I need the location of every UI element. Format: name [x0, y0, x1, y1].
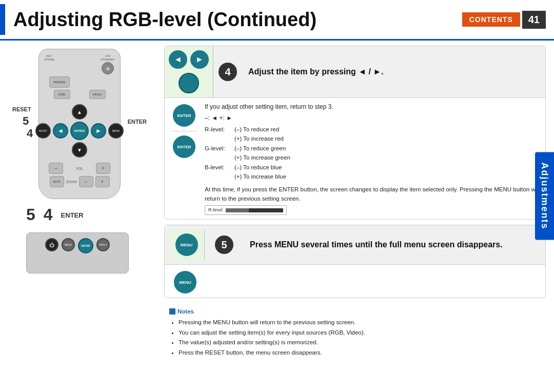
step5-header: MENU 5 Press MENU several times until th… [165, 225, 545, 265]
remote-bottom-row: – VOL + [44, 163, 115, 174]
rgb-button[interactable]: RGB [54, 90, 70, 99]
rgb-video-row: RGB VIDEO [44, 90, 115, 99]
step5-number-badge: 5 [215, 236, 233, 254]
menu-button[interactable]: MENU [108, 123, 124, 139]
note-item-4: Press the RESET button, the menu screen … [179, 348, 538, 358]
vol-label: VOL [72, 163, 87, 174]
reset-num4: 4 [27, 127, 33, 140]
step5-icon-area: MENU [169, 229, 205, 260]
rlevel-bar-container: R-level [205, 205, 287, 215]
note-item-3: The value(s) adjusted and/or setting(s) … [179, 338, 538, 348]
step4-enter-note: At this time, if you press the ENTER but… [205, 185, 541, 203]
step5-menu-icon[interactable]: MENU [175, 233, 198, 256]
page-title: Adjusting RGB-level (Continued) [13, 9, 462, 31]
bottom-num4: 4 [44, 205, 53, 224]
step5-body: MENU [165, 265, 545, 298]
projector-bottom: ⏻ MENU ENTER INPUT [26, 232, 129, 273]
left-button[interactable]: ◄ [53, 123, 68, 139]
step4-title: Adjust the item by pressing ◄ / ►. [242, 46, 390, 97]
proj-enter-button[interactable]: ENTER [78, 238, 93, 253]
page-number: 41 [522, 11, 546, 29]
nav-down-row: ▼ [72, 142, 87, 158]
right-panel: ◄ ► 4 Adjust the item by pressing ◄ / ►.… [159, 41, 554, 392]
r-level-label: R-level: [205, 125, 230, 144]
notes-list: Pressing the MENU button will return to … [169, 318, 538, 358]
step4-icons-col: ENTER ENTER [169, 102, 200, 215]
zoom-label: ZOOM [66, 180, 77, 184]
zoom-mute-row: MUTE ZOOM – + [44, 176, 115, 187]
freeze-label: FREEZE [53, 81, 66, 84]
g-level-row: G-level: (–) To reduce green(+) To incre… [205, 144, 541, 163]
rlevel-bar-label: R-level [208, 207, 223, 214]
mute-button[interactable]: MUTE [50, 176, 64, 187]
g-level-label: G-level: [205, 144, 230, 163]
divider [171, 131, 197, 131]
proj-power-button[interactable]: ⏻ [45, 238, 58, 251]
step4-header: ◄ ► 4 Adjust the item by pressing ◄ / ►. [165, 46, 545, 98]
remote-control: KEYSTONE CN/STANDBY ⏻ FREEZE R [23, 49, 136, 199]
step4-box: ◄ ► 4 Adjust the item by pressing ◄ / ►.… [164, 46, 546, 220]
step4-icon-area: ◄ ► [165, 46, 213, 97]
notes-icon [169, 308, 175, 315]
reset-side-label: RESET [12, 106, 31, 112]
freeze-button[interactable]: FREEZE [49, 76, 70, 88]
b-level-label: B-level: [205, 163, 230, 182]
left-panel: KEYSTONE CN/STANDBY ⏻ FREEZE R [0, 41, 159, 392]
enter-side-label: ENTER [128, 119, 147, 125]
adjustments-tab[interactable]: Adjustments [535, 152, 554, 240]
page-header: Adjusting RGB-level (Continued) CONTENTS… [0, 0, 554, 41]
standby-button[interactable]: ⏻ [102, 62, 114, 74]
proj-input-button[interactable]: INPUT [96, 238, 110, 251]
step4-right-arrow[interactable]: ► [190, 50, 209, 69]
bottom-num5: 5 [26, 205, 35, 224]
vol-plus-button[interactable]: + [96, 163, 110, 174]
step4-subtitle: If you adjust other setting item, return… [205, 102, 541, 111]
main-content: KEYSTONE CN/STANDBY ⏻ FREEZE R [0, 41, 554, 392]
step4-nav-icon [179, 73, 199, 93]
video-button[interactable]: VIDEO [89, 90, 106, 99]
g-level-desc: (–) To reduce green(+) To increase green [234, 144, 541, 163]
step4-enter-circle1[interactable]: ENTER [173, 104, 195, 127]
b-level-row: B-level: (–) To reduce blue(+) To increa… [205, 163, 541, 182]
vol-minus-button[interactable]: – [49, 163, 63, 174]
down-button[interactable]: ▼ [72, 142, 87, 158]
proj-menu-button[interactable]: MENU [62, 238, 75, 251]
notes-title: Notes [169, 308, 538, 315]
step5-box: MENU 5 Press MENU several times until th… [164, 225, 546, 298]
step4-arrow-hint: –: ◄ +: ► [205, 113, 541, 123]
enter-center-button[interactable]: ENTER [70, 122, 89, 140]
remote-top-row: KEYSTONE CN/STANDBY ⏻ [44, 54, 115, 74]
step4-enter-circle2[interactable]: ENTER [173, 135, 195, 158]
reset-button[interactable]: RESET [35, 123, 51, 139]
notes-section: Notes Pressing the MENU button will retu… [164, 303, 546, 363]
remote-body: KEYSTONE CN/STANDBY ⏻ FREEZE R [38, 49, 121, 199]
rlevel-fill [226, 208, 249, 212]
up-button[interactable]: ▲ [72, 104, 87, 120]
zoom-minus-button[interactable]: – [79, 176, 93, 187]
r-level-desc: (–) To reduce red(+) To increase red [234, 125, 541, 144]
b-level-desc: (–) To reduce blue(+) To increase blue [234, 163, 541, 182]
level-table: R-level: (–) To reduce red(+) To increas… [205, 125, 541, 181]
step4-left-arrow[interactable]: ◄ [169, 50, 187, 69]
projector-controls: ⏻ MENU ENTER INPUT [27, 233, 128, 253]
nav-middle-row: RESET ◄ ENTER ► MENU [35, 122, 124, 140]
step5-title: Press MENU several times until the full … [244, 240, 509, 249]
r-level-row: R-level: (–) To reduce red(+) To increas… [205, 125, 541, 144]
bottom-section: 5 4 ENTER ⏻ MENU ENTER INPUT [5, 203, 154, 273]
bottom-enter-label: ENTER [61, 211, 84, 219]
step5-menu-circle2[interactable]: MENU [174, 271, 196, 293]
step4-body-text: If you adjust other setting item, return… [205, 102, 541, 215]
enter-center-label: ENTER [74, 129, 85, 132]
note-item-2: You can adjust the setting item(s) for e… [179, 328, 538, 338]
nav-up-row: ▲ [72, 104, 87, 120]
cn-standby-label: CN/STANDBY [101, 54, 115, 61]
note-item-1: Pressing the MENU button will return to … [179, 318, 538, 328]
remote-nav-area: RESET 5 4 ENTER ▲ RESET ◄ ENTER [44, 103, 115, 159]
step4-number-badge: 4 [219, 63, 237, 81]
step4-body: ENTER ENTER If you adjust other setting … [165, 98, 545, 219]
right-button[interactable]: ► [91, 123, 106, 139]
zoom-plus-button[interactable]: + [95, 176, 110, 187]
reset-num5: 5 [23, 114, 29, 128]
contents-button[interactable]: CONTENTS [462, 12, 520, 27]
key-stone-label: KEYSTONE [44, 54, 55, 61]
